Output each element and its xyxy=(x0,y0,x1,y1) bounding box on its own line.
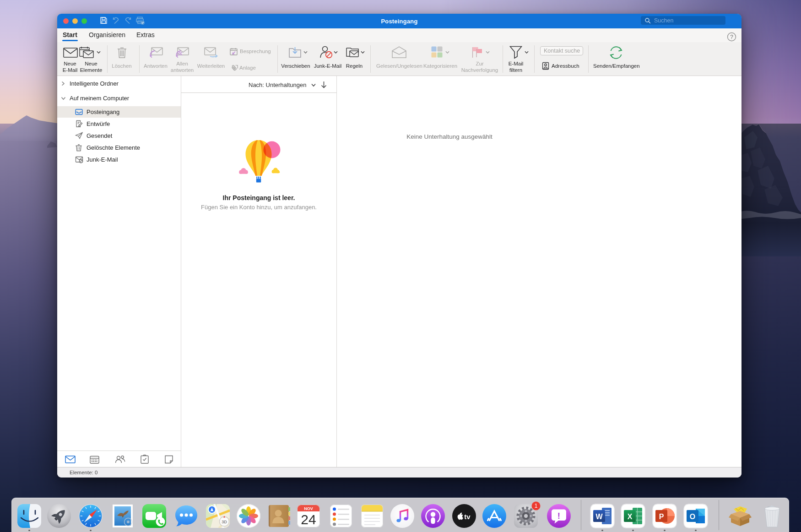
svg-text:1: 1 xyxy=(535,503,538,509)
svg-text:?: ? xyxy=(730,34,733,40)
svg-text:W: W xyxy=(595,513,603,521)
svg-text:tv: tv xyxy=(464,513,471,521)
svg-text:O: O xyxy=(690,513,695,521)
svg-text:P: P xyxy=(659,513,664,521)
svg-text:X: X xyxy=(628,513,633,521)
svg-text:3D: 3D xyxy=(222,520,227,524)
svg-text:24: 24 xyxy=(301,512,316,527)
svg-text:!: ! xyxy=(557,511,560,521)
svg-text:NOV: NOV xyxy=(304,506,313,511)
